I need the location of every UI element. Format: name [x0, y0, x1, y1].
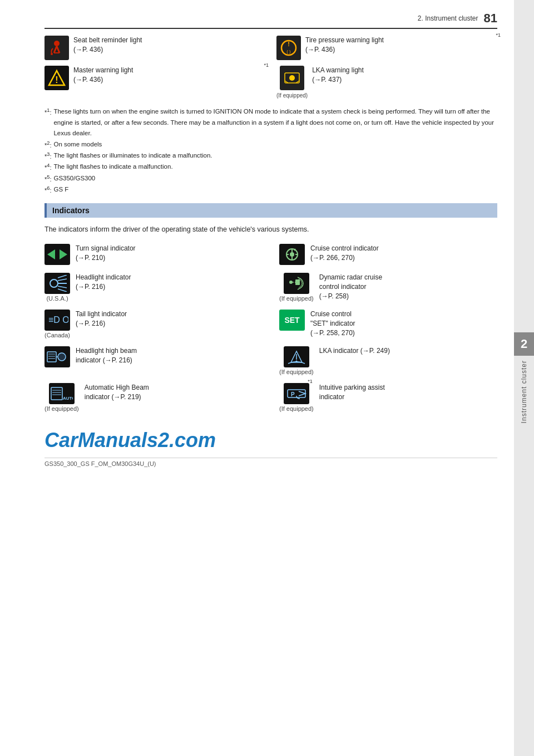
lka-warning-icon: [280, 66, 304, 90]
tail-light-text: Tail light indicator(→P. 216): [76, 310, 127, 328]
indicators-grid: Turn signal indicator(→P. 210): [44, 244, 497, 412]
page-header: 2. Instrument cluster 81: [44, 11, 497, 29]
auto-highbeam-text: Automatic High Beamindicator (→P. 219): [85, 383, 149, 402]
footnote-5: *5:GS350/GS300: [44, 173, 497, 184]
svg-text:≡D O≡: ≡D O≡: [48, 315, 68, 325]
cruise-control-icon-wrap: [279, 244, 305, 265]
dynamic-radar-icon: [284, 273, 309, 294]
tail-light-icon: ≡D O≡: [44, 310, 70, 331]
lka-indicator-icon-wrap: (If equipped): [279, 346, 314, 375]
page-footer: GS350_300_GS F_OM_OM30G34U_(U): [44, 458, 497, 467]
svg-line-2: [57, 46, 60, 53]
headlight-text: Headlight indicator(→P. 216): [76, 273, 131, 292]
svg-line-26: [58, 286, 67, 288]
svg-point-11: [289, 75, 295, 81]
page-number: 81: [484, 11, 497, 26]
parking-assist-text: Intuitive parking assistindicator: [319, 383, 385, 402]
tail-light-icon-wrap: ≡D O≡ (Canada): [44, 310, 70, 338]
svg-line-27: [58, 275, 67, 278]
master-warning-icon: !: [44, 66, 69, 90]
sidebar-chapter-text: Instrument cluster: [520, 360, 528, 423]
dynamic-radar-icon-wrap: (If equipped): [279, 273, 314, 302]
svg-line-28: [58, 289, 67, 292]
turn-signal-text: Turn signal indicator(→P. 210): [76, 244, 136, 263]
footnote-2: *2:On some models: [44, 139, 497, 150]
cruise-set-text: Cruise control"SET" indicator(→P. 258, 2…: [310, 310, 355, 337]
headlight-highbeam-icon-wrap: [44, 346, 70, 367]
cruise-set-icon: SET: [279, 310, 305, 331]
indicators-intro: The indicators inform the driver of the …: [44, 224, 497, 235]
auto-highbeam-icon: AUTO: [49, 383, 75, 404]
svg-marker-15: [60, 249, 67, 259]
warning-item-seatbelt: Seat belt reminder light(→P. 436): [44, 36, 265, 60]
parking-assist-icon-wrap: *1 P (If equipped): [279, 383, 314, 412]
warning-item-lka: (If equipped) LKA warning light(→P. 437): [276, 66, 497, 99]
indicator-tail-light: ≡D O≡ (Canada) Tail light indicator(→P. …: [44, 310, 263, 338]
svg-point-23: [50, 279, 58, 287]
svg-text:AUTO: AUTO: [63, 396, 73, 401]
footnotes: *1:These lights turn on when the engine …: [44, 106, 497, 195]
cruise-control-text: Cruise control indicator(→P. 266, 270): [310, 244, 379, 263]
footnote-3: *3:The light flashes or illuminates to i…: [44, 150, 497, 161]
warning-item-tirepressure: *1 ! ( ) Tire pressure warning light(→P.…: [276, 36, 497, 60]
warning-item-master: *1 ! Master warning light(→P. 436): [44, 66, 265, 99]
indicator-dynamic-radar: (If equipped) Dynamic radar cruisecontro…: [279, 273, 497, 302]
brand-section: CarManuals2.com: [44, 429, 497, 452]
turn-signal-icon-wrap: [44, 244, 70, 265]
tirepressure-text: Tire pressure warning light(→P. 436): [305, 36, 384, 55]
indicator-lka: (If equipped) LKA indicator (→P. 249): [279, 346, 497, 375]
chapter-title: 2. Instrument cluster: [418, 14, 478, 22]
footer-text: GS350_300_GS F_OM_OM30G34U_(U): [44, 460, 156, 467]
indicator-headlight-highbeam: Headlight high beamindicator (→P. 216): [44, 346, 263, 375]
tirepressure-icon: ! ( ): [276, 36, 301, 60]
sidebar-chapter-number: 2: [514, 332, 534, 356]
seatbelt-icon: [44, 36, 69, 60]
dynamic-radar-text: Dynamic radar cruisecontrol indicator(→P…: [319, 273, 382, 301]
indicator-headlight: (U.S.A.) Headlight indicator(→P. 216): [44, 273, 263, 302]
svg-point-17: [290, 252, 294, 257]
indicators-section-header: Indicators: [44, 203, 497, 218]
main-content: 2. Instrument cluster 81 S: [0, 0, 514, 756]
svg-text:P: P: [291, 391, 295, 397]
master-warning-text: Master warning light(→P. 436): [73, 66, 133, 85]
cruise-control-icon: [279, 244, 305, 265]
svg-rect-41: [51, 387, 62, 400]
auto-highbeam-icon-wrap: AUTO (If equipped): [44, 383, 79, 412]
svg-rect-33: [47, 352, 56, 362]
headlight-icon: [44, 273, 70, 294]
headlight-highbeam-text: Headlight high beamindicator (→P. 216): [76, 346, 137, 365]
indicator-cruise-control: Cruise control indicator(→P. 266, 270): [279, 244, 497, 265]
svg-point-37: [58, 353, 66, 361]
svg-rect-29: [295, 279, 300, 285]
warning-lights-grid: Seat belt reminder light(→P. 436) *1 ! (…: [44, 36, 497, 99]
page-wrapper: 2. Instrument cluster 81 S: [0, 0, 534, 756]
parking-assist-icon: P: [284, 383, 309, 404]
footnote-6: *6:GS F: [44, 184, 497, 195]
lka-indicator-icon: [284, 346, 309, 367]
indicator-turn-signal: Turn signal indicator(→P. 210): [44, 244, 263, 265]
svg-point-4: [51, 53, 53, 55]
svg-marker-14: [47, 249, 55, 259]
right-sidebar: 2 Instrument cluster: [514, 0, 534, 756]
svg-point-30: [289, 281, 293, 284]
svg-text:!: !: [288, 41, 290, 47]
indicator-cruise-set: SET Cruise control"SET" indicator(→P. 25…: [279, 310, 497, 338]
lka-warning-text: LKA warning light(→P. 437): [312, 66, 364, 85]
svg-text:!: !: [55, 75, 58, 85]
turn-signal-icon: [44, 244, 70, 265]
indicator-parking-assist: *1 P (If equipped): [279, 383, 497, 412]
indicator-auto-highbeam: AUTO (If equipped) Automatic High Beamin…: [44, 383, 263, 412]
svg-text:( ): ( ): [286, 49, 291, 54]
footnote-1: *1:These lights turn on when the engine …: [44, 106, 497, 139]
lka-indicator-text: LKA indicator (→P. 249): [319, 346, 390, 356]
svg-line-25: [58, 279, 67, 281]
headlight-highbeam-icon: [44, 346, 70, 367]
headlight-icon-wrap: (U.S.A.): [44, 273, 70, 302]
footnote-4: *4:The light flashes to indicate a malfu…: [44, 161, 497, 173]
seatbelt-text: Seat belt reminder light(→P. 436): [73, 36, 142, 55]
brand-logo: CarManuals2.com: [44, 429, 216, 451]
svg-point-0: [54, 41, 60, 46]
cruise-set-icon-wrap: SET: [279, 310, 305, 331]
